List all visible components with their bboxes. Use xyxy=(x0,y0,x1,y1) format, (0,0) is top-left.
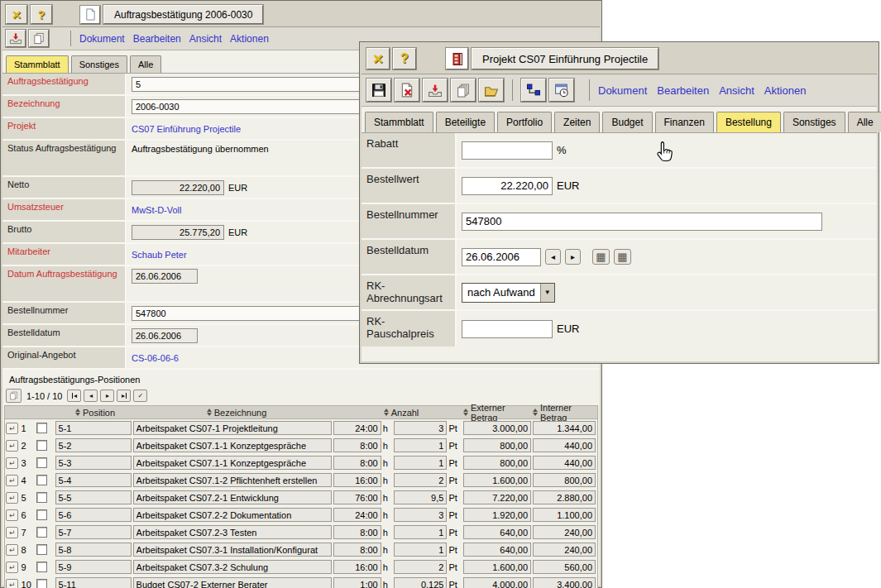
persontage-cell[interactable] xyxy=(394,543,447,557)
externer-betrag-cell[interactable] xyxy=(463,543,531,557)
hours-cell[interactable] xyxy=(333,543,381,557)
calendar-month-icon[interactable]: ▦ xyxy=(614,249,631,265)
history-icon[interactable] xyxy=(549,79,574,102)
bezeichnung-cell[interactable] xyxy=(133,577,332,588)
prev-page-button[interactable]: ◂ xyxy=(84,390,98,402)
date-next-button[interactable]: ▸ xyxy=(565,249,581,265)
open-folder-icon[interactable] xyxy=(479,79,504,102)
sort-icon[interactable] xyxy=(75,409,80,416)
interner-betrag-cell[interactable] xyxy=(533,508,596,522)
menu-dokument[interactable]: Dokument xyxy=(79,33,125,45)
row-checkbox[interactable] xyxy=(36,562,47,572)
tab-sonstiges[interactable]: Sonstiges xyxy=(783,112,845,132)
original-angebot-link[interactable]: CS-06-06-6 xyxy=(132,353,179,363)
hours-cell[interactable] xyxy=(333,473,381,487)
hours-cell[interactable] xyxy=(333,525,381,539)
interner-betrag-cell[interactable] xyxy=(533,577,596,588)
bezeichnung-cell[interactable] xyxy=(133,525,332,539)
hours-cell[interactable] xyxy=(333,421,381,435)
row-checkbox[interactable] xyxy=(36,457,47,468)
open-row-icon[interactable]: ↵ xyxy=(6,544,18,556)
externer-betrag-cell[interactable] xyxy=(463,456,531,470)
copy-icon[interactable] xyxy=(451,79,476,102)
externer-betrag-cell[interactable] xyxy=(463,421,531,435)
hours-cell[interactable] xyxy=(333,456,381,470)
interner-betrag-cell[interactable] xyxy=(533,473,596,487)
position-cell[interactable] xyxy=(55,577,132,588)
position-cell[interactable] xyxy=(55,560,132,574)
hours-cell[interactable] xyxy=(333,438,381,452)
project-book-icon[interactable] xyxy=(446,48,468,69)
tab-alle[interactable]: Alle xyxy=(130,55,161,73)
open-row-icon[interactable]: ↵ xyxy=(6,475,18,486)
menu-aktionen[interactable]: Aktionen xyxy=(230,33,269,45)
hours-cell[interactable] xyxy=(333,508,381,522)
rabatt-input[interactable] xyxy=(462,141,553,160)
menu-ansicht[interactable]: Ansicht xyxy=(719,84,754,97)
copy-icon[interactable] xyxy=(29,30,49,47)
interner-betrag-cell[interactable] xyxy=(533,560,596,574)
datum-input[interactable] xyxy=(132,269,198,284)
externer-betrag-cell[interactable] xyxy=(463,560,531,574)
close-icon[interactable]: ✕ xyxy=(366,48,390,69)
externer-betrag-cell[interactable] xyxy=(463,490,531,504)
bezeichnung-cell[interactable] xyxy=(133,421,332,435)
tab-bestellung[interactable]: Bestellung xyxy=(716,112,781,132)
hours-cell[interactable] xyxy=(333,560,381,574)
row-checkbox[interactable] xyxy=(36,527,47,538)
first-page-button[interactable]: ◂ xyxy=(67,390,81,402)
interner-betrag-cell[interactable] xyxy=(533,490,596,504)
open-row-icon[interactable]: ↵ xyxy=(6,423,18,434)
externer-betrag-cell[interactable] xyxy=(463,438,531,452)
bezeichnung-cell[interactable] xyxy=(133,543,332,557)
col-interner-betrag[interactable]: Interner Betrag xyxy=(540,403,596,423)
tab-budget[interactable]: Budget xyxy=(602,112,652,132)
umsatzsteuer-link[interactable]: MwSt-D-Voll xyxy=(132,205,182,215)
next-page-button[interactable]: ▸ xyxy=(100,390,114,402)
tab-alle[interactable]: Alle xyxy=(848,112,881,132)
row-checkbox[interactable] xyxy=(36,492,47,503)
import-icon[interactable] xyxy=(6,30,26,47)
position-cell[interactable] xyxy=(55,543,132,557)
persontage-cell[interactable] xyxy=(394,577,447,588)
row-checkbox[interactable] xyxy=(36,544,47,555)
bezeichnung-cell[interactable] xyxy=(133,456,332,470)
copy-rows-icon[interactable] xyxy=(6,389,22,403)
menu-ansicht[interactable]: Ansicht xyxy=(189,33,222,45)
row-checkbox[interactable] xyxy=(36,475,47,485)
position-cell[interactable] xyxy=(55,438,132,452)
persontage-cell[interactable] xyxy=(394,456,447,470)
brutto-input[interactable] xyxy=(132,225,224,240)
position-cell[interactable] xyxy=(55,421,132,435)
menu-dokument[interactable]: Dokument xyxy=(598,84,647,97)
calendar-icon[interactable]: ▦ xyxy=(592,249,610,265)
open-row-icon[interactable]: ↵ xyxy=(6,562,18,573)
position-cell[interactable] xyxy=(55,525,132,539)
col-anzahl[interactable]: Anzahl xyxy=(391,408,419,418)
import-icon[interactable] xyxy=(423,79,448,102)
help-icon[interactable]: ? xyxy=(393,48,416,69)
date-prev-button[interactable]: ◂ xyxy=(545,249,561,265)
bestelldatum-input[interactable] xyxy=(462,248,541,266)
persontage-cell[interactable] xyxy=(394,490,447,504)
bezeichnung-cell[interactable] xyxy=(133,490,332,504)
netto-input[interactable] xyxy=(132,180,224,195)
sort-icon[interactable] xyxy=(384,409,389,416)
bezeichnung-cell[interactable] xyxy=(133,473,332,487)
open-row-icon[interactable]: ↵ xyxy=(6,527,18,538)
menu-bearbeiten[interactable]: Bearbeiten xyxy=(657,84,709,97)
close-icon[interactable]: ✕ xyxy=(6,5,27,24)
externer-betrag-cell[interactable] xyxy=(463,577,531,588)
tab-portfolio[interactable]: Portfolio xyxy=(497,112,552,132)
position-cell[interactable] xyxy=(55,490,132,504)
interner-betrag-cell[interactable] xyxy=(533,525,596,539)
select-all-button[interactable]: ✓ xyxy=(133,390,147,402)
interner-betrag-cell[interactable] xyxy=(533,456,596,470)
row-checkbox[interactable] xyxy=(36,423,47,433)
externer-betrag-cell[interactable] xyxy=(463,508,531,522)
persontage-cell[interactable] xyxy=(394,560,447,574)
hours-cell[interactable] xyxy=(333,577,381,588)
position-cell[interactable] xyxy=(55,456,132,470)
tab-stammblatt[interactable]: Stammblatt xyxy=(365,112,433,132)
open-row-icon[interactable]: ↵ xyxy=(6,509,18,521)
